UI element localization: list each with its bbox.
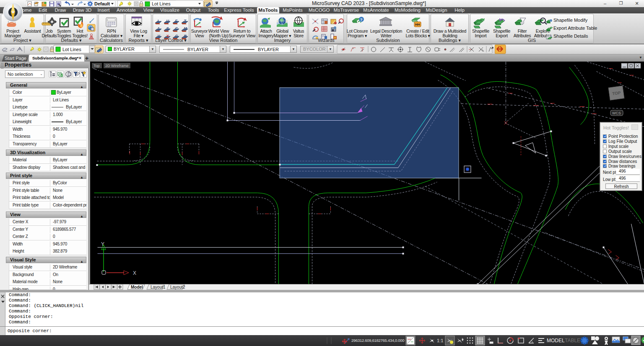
svg-text:Default: Default	[94, 1, 110, 6]
svg-text:ByLayer: ByLayer	[66, 104, 82, 109]
svg-text:G: G	[175, 34, 178, 38]
svg-text:Shapefile Details: Shapefile Details	[553, 34, 588, 39]
svg-text:2D Wireframe: 2D Wireframe	[105, 64, 129, 68]
svg-text:Layout1: Layout1	[151, 285, 166, 289]
svg-text:296312.609,6182765.434,0.000: 296312.609,6182765.434,0.000	[351, 338, 404, 343]
svg-text:U: U	[166, 19, 169, 23]
svg-text:C: C	[175, 26, 178, 31]
svg-text:Shapefile Modify: Shapefile Modify	[553, 18, 588, 23]
svg-text:T: T	[184, 19, 187, 23]
svg-text:I: I	[158, 19, 159, 23]
svg-text:1: 1	[158, 26, 160, 31]
svg-text:X: X	[133, 270, 136, 276]
svg-text:Layout2: Layout2	[170, 285, 185, 289]
svg-text:MODEL: MODEL	[547, 338, 565, 343]
svg-text:S: S	[166, 26, 169, 31]
svg-text:BYLAYER: BYLAYER	[187, 47, 208, 52]
svg-text:Y: Y	[101, 241, 104, 247]
svg-text:F: F	[175, 19, 178, 23]
svg-text:1:1: 1:1	[437, 338, 443, 343]
svg-text:B: B	[184, 34, 187, 38]
svg-text:Model: Model	[131, 285, 143, 289]
svg-text:X: X	[166, 34, 169, 38]
svg-text:WCS: WCS	[612, 111, 621, 115]
svg-text:HH: HH	[415, 23, 420, 26]
svg-text:?: ?	[360, 18, 363, 22]
svg-text:Export Attribute Table: Export Attribute Table	[553, 26, 597, 31]
svg-text:M: M	[184, 26, 187, 31]
svg-text:V: V	[158, 34, 160, 38]
svg-text:Lot Lines: Lot Lines	[62, 47, 81, 52]
svg-text:BYLAYER: BYLAYER	[258, 47, 279, 52]
svg-text:Lot Lines: Lot Lines	[152, 1, 171, 6]
svg-text:Top: Top	[93, 64, 100, 68]
svg-text:ByLayer: ByLayer	[66, 119, 82, 124]
